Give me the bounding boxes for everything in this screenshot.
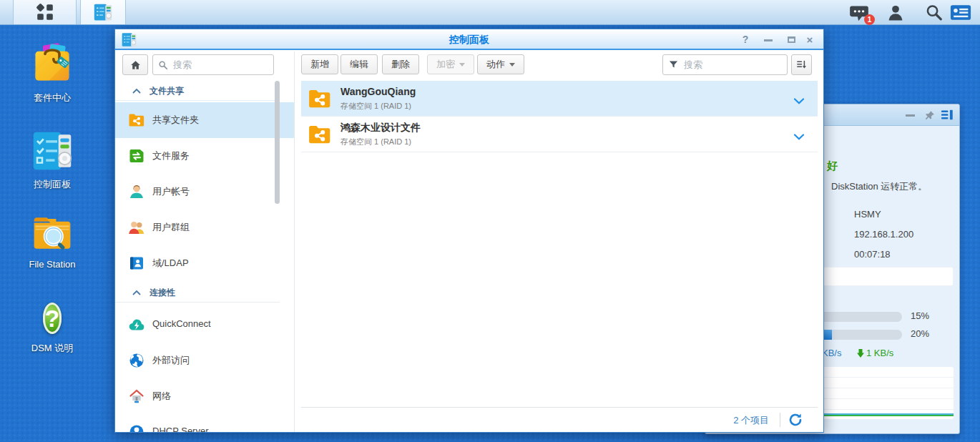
sidebar-item-shared-folder[interactable]: 共享文件夹 <box>115 102 295 138</box>
section-connectivity[interactable]: 连接性 <box>115 284 280 303</box>
sidebar-item-user-group[interactable]: 用户群组 <box>115 210 295 245</box>
shared-folder-icon <box>308 122 332 149</box>
widgets-icon <box>950 4 971 21</box>
widgets-button[interactable] <box>949 2 973 23</box>
shared-folder-icon <box>308 87 332 114</box>
close-icon[interactable]: × <box>802 33 818 46</box>
control-panel-task-icon <box>94 3 112 21</box>
user-group-icon <box>128 219 145 239</box>
user-menu-button[interactable] <box>882 2 909 23</box>
desktop-icon-file-station[interactable]: File Station <box>12 215 92 270</box>
shared-folder-icon <box>128 112 145 132</box>
desktop-icon-package-center[interactable]: 套件中心 <box>12 43 92 104</box>
folder-row-wanggouqiang[interactable]: WangGouQiang 存储空间 1 (RAID 1) <box>301 81 818 117</box>
chevron-down-icon[interactable] <box>793 95 805 108</box>
section-file-sharing[interactable]: 文件共享 <box>115 82 280 101</box>
sidebar-item-label: 共享文件夹 <box>152 114 199 127</box>
sidebar-item-label: QuickConnect <box>152 318 211 329</box>
domain-ldap-icon <box>128 255 145 275</box>
edit-button[interactable]: 编辑 <box>340 54 378 74</box>
globe-icon <box>128 352 145 372</box>
sidebar-item-network[interactable]: 网络 <box>115 378 295 414</box>
shared-folder-pane: 新增 编辑 删除 加密 动作 WangGouQiang 存储空间 <box>295 51 823 432</box>
sidebar-item-dhcp-server[interactable]: DHCP Server <box>115 414 295 432</box>
sidebar-item-domain-ldap[interactable]: 域/LDAP <box>115 245 295 281</box>
pin-icon[interactable] <box>924 110 935 124</box>
maximize-icon[interactable] <box>783 33 799 46</box>
sidebar-search-input[interactable] <box>172 59 268 71</box>
folder-location: 存储空间 1 (RAID 1) <box>340 137 411 147</box>
desktop-icon-dsm-help[interactable]: ? DSM 说明 <box>12 299 92 355</box>
control-panel-window: 控制面板 ? × 文件共享 <box>114 29 824 433</box>
sidebar-item-label: 域/LDAP <box>152 257 189 270</box>
edit-button-label: 编辑 <box>350 58 368 71</box>
health-message: DiskStation 运转正常。 <box>831 180 927 193</box>
uptime-value: 00:07:18 <box>854 249 891 260</box>
user-icon <box>887 4 904 22</box>
desktop-icon-label: File Station <box>12 259 92 270</box>
refresh-button[interactable] <box>788 412 805 429</box>
action-dropdown-button[interactable]: 动作 <box>477 54 524 74</box>
sidebar-item-file-services[interactable]: 文件服务 <box>115 138 295 174</box>
ip-address-value: 192.168.1.200 <box>854 229 913 240</box>
filter-icon <box>668 59 679 70</box>
section-label: 文件共享 <box>150 85 184 97</box>
widget-minimize-icon[interactable] <box>906 114 915 117</box>
download-speed-label: 1 KB/s <box>857 348 893 358</box>
home-button[interactable] <box>122 54 148 75</box>
new-button[interactable]: 新增 <box>301 54 338 74</box>
caret-down-icon <box>509 63 515 67</box>
control-panel-sidebar: 文件共享 共享文件夹 文件服务 <box>115 51 295 432</box>
file-services-icon <box>128 147 145 167</box>
folder-name: WangGouQiang <box>340 86 416 97</box>
widget-panel-icon[interactable] <box>941 109 954 123</box>
folder-row-hongsen[interactable]: 鸿森木业设计文件 存储空间 1 (RAID 1) <box>301 117 818 152</box>
window-titlebar[interactable]: 控制面板 ? × <box>115 29 823 50</box>
sidebar-item-label: 文件服务 <box>152 149 190 162</box>
folder-search-box[interactable] <box>662 54 788 75</box>
search-icon <box>925 4 943 21</box>
upload-speed-label: KB/s <box>822 348 841 358</box>
desktop: 好 DiskStation 运转正常。 HSMY 192.168.1.200 0… <box>0 0 980 442</box>
sidebar-item-external-access[interactable]: 外部访问 <box>115 343 295 378</box>
dhcp-server-icon <box>128 423 145 432</box>
notifications-button[interactable]: 1 <box>846 2 873 23</box>
sidebar-item-user-account[interactable]: 用户帐号 <box>115 174 295 210</box>
folder-search-input[interactable] <box>682 59 782 71</box>
minimize-icon[interactable] <box>760 33 776 46</box>
control-panel-taskbar-button[interactable] <box>80 0 126 24</box>
chevron-up-icon <box>132 88 141 94</box>
sidebar-item-label: 外部访问 <box>152 354 190 367</box>
section-label: 连接性 <box>150 287 175 299</box>
sidebar-search-box[interactable] <box>152 54 274 75</box>
search-icon <box>158 60 168 70</box>
home-icon <box>129 59 142 71</box>
sidebar-item-label: 用户帐号 <box>152 185 190 198</box>
sidebar-scrollbar[interactable] <box>275 81 280 204</box>
desktop-icon-control-panel[interactable]: 控制面板 <box>12 131 92 191</box>
main-menu-button[interactable] <box>13 0 77 24</box>
search-button[interactable] <box>920 2 947 23</box>
download-speed-value: 1 KB/s <box>866 348 893 358</box>
desktop-icon-label: 控制面板 <box>12 178 92 191</box>
window-title: 控制面板 <box>115 34 823 46</box>
item-count: 2 个项目 <box>733 414 769 427</box>
status-bar: 2 个项目 <box>301 407 818 432</box>
question-mark-icon: ? <box>43 303 62 334</box>
sort-icon <box>795 59 808 71</box>
main-menu-icon <box>36 3 54 21</box>
server-name-value: HSMY <box>854 209 881 220</box>
encrypt-dropdown-button[interactable]: 加密 <box>427 54 474 74</box>
delete-button[interactable]: 删除 <box>382 54 419 74</box>
notification-badge: 1 <box>864 14 875 25</box>
help-icon[interactable]: ? <box>738 33 753 46</box>
refresh-icon <box>788 412 803 428</box>
sidebar-item-quickconnect[interactable]: QuickConnect <box>115 307 295 343</box>
chevron-down-icon[interactable] <box>793 131 805 144</box>
download-arrow-icon <box>857 349 864 358</box>
package-center-icon <box>31 43 73 87</box>
sidebar-item-label: DHCP Server <box>152 426 209 432</box>
delete-button-label: 删除 <box>391 58 410 71</box>
ram-percent-label: 20% <box>911 328 929 339</box>
sort-button[interactable] <box>791 54 812 75</box>
